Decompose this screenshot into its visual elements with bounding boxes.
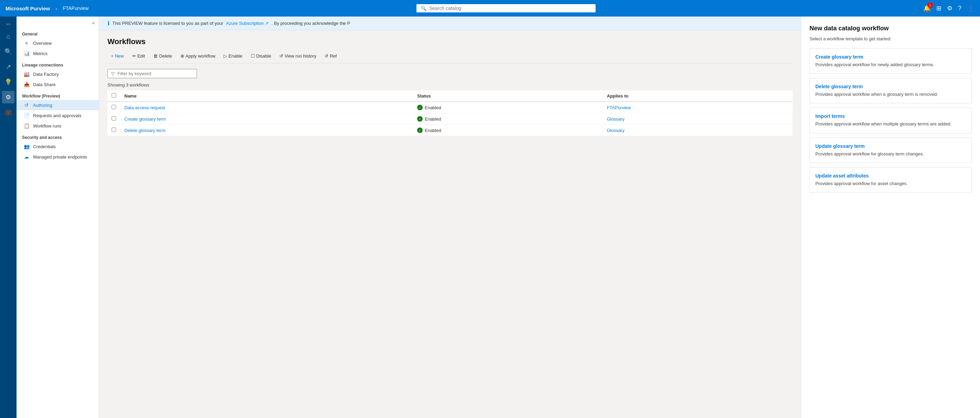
user-button[interactable]: 👤 [967,5,975,12]
new-button[interactable]: + New [107,52,127,60]
help-button[interactable]: ? [958,5,961,12]
sidebar-item-workflow-runs[interactable]: 📋 Workflow runs [16,121,99,131]
search-bar[interactable]: 🔍 [417,4,596,13]
select-all-header [107,90,120,102]
enable-button[interactable]: ▷ Enable [220,52,246,60]
sidebar-item-private-endpoints[interactable]: ☁ Managed private endpoints [16,152,99,162]
grid-button[interactable]: ⊞ [936,5,942,12]
workflow-runs-icon: 📋 [24,123,30,129]
edit-button[interactable]: ✏ Edit [129,52,148,60]
run-history-icon: ↺ [279,53,283,59]
status-dot-1: ✓ [417,116,423,122]
sidebar-item-authoring[interactable]: ↺ Authoring [16,100,99,110]
sidebar-collapse-top[interactable]: >> [5,21,12,27]
disable-button[interactable]: ☐ Disable [247,52,275,60]
delete-label: Delete [159,53,172,59]
view-run-history-button[interactable]: ↺ View run history [276,52,320,60]
refresh-icon: ↺ [325,53,328,59]
refresh-button[interactable]: ↺ Ref [321,52,340,60]
filter-input-wrapper[interactable]: ▽ [107,69,197,78]
applies-link-0[interactable]: FTAPurview [607,105,631,110]
row-checkbox-cell [107,113,120,125]
workflow-link-0[interactable]: Data access request [124,105,165,110]
row-status-1: ✓ Enabled [413,113,603,125]
sidebar-icon-lineage[interactable]: ↗ [2,61,14,73]
refresh-label: Ref [330,53,337,59]
template-card-1[interactable]: Delete glossary term Provides approval w… [810,78,972,104]
delete-icon: 🗑 [153,53,158,59]
sidebar-item-credentials[interactable]: 👥 Credentials [16,141,99,152]
delete-button[interactable]: 🗑 Delete [150,52,176,60]
apply-workflow-button[interactable]: ⊕ Apply workflow [177,52,219,60]
credentials-icon: 👥 [24,144,30,149]
row-checkbox-0[interactable] [111,105,116,109]
template-card-4[interactable]: Update asset attributes Provides approva… [810,167,972,193]
row-checkbox-1[interactable] [111,116,116,121]
brand-logo[interactable]: Microsoft Purview › FTAPurview [5,5,89,11]
search-icon: 🔍 [421,5,426,11]
row-name-0: Data access request [120,102,413,113]
right-panel-subtitle: Select a workflow template to get starte… [810,36,972,41]
template-card-2[interactable]: Import terms Provides approval workflow … [810,107,972,133]
disable-icon: ☐ [251,53,255,59]
sidebar-icon-catalog[interactable]: 🔍 [2,45,14,58]
workflow-link-1[interactable]: Create glossary term [124,116,166,122]
sidebar-icon-home[interactable]: ⌂ [2,30,14,43]
gear-button[interactable]: ⚙ [947,5,953,12]
select-all-checkbox[interactable] [111,93,116,97]
notification-button[interactable]: 🔔 1 [923,5,931,12]
sidebar-icon-insights[interactable]: 💡 [2,76,14,88]
row-applies-1: Glossary [603,113,792,125]
disable-label: Disable [256,53,271,59]
template-title-0: Create glossary term [815,54,966,60]
status-label-1: Enabled [425,116,441,122]
status-dot-0: ✓ [417,105,423,110]
applies-link-1[interactable]: Glossary [607,116,625,122]
template-title-3: Update glossary term [815,144,966,149]
sidebar-item-label: Authoring [33,103,52,108]
sidebar-item-overview[interactable]: ≡ Overview [16,38,99,48]
sidebar-item-label: Credentials [33,144,56,149]
sidebar-item-label: Managed private endpoints [33,155,87,160]
filter-bar: ▽ [107,69,792,78]
col-header-status: Status [413,90,603,102]
sidebar-item-label: Workflow runs [33,123,61,129]
col-header-applies-to: Applies to [603,90,792,102]
overview-icon: ≡ [24,40,30,46]
sidebar-item-metrics[interactable]: 📊 Metrics [16,48,99,59]
sidebar-icon-management[interactable]: ⚙ [2,91,14,104]
template-desc-3: Provides approval workflow for glossary … [815,151,966,157]
workflow-link-2[interactable]: Delete glossary term [124,128,165,133]
sidebar-item-data-share[interactable]: 📤 Data Share [16,79,99,89]
page-title: Workflows [107,37,792,46]
toolbar: + New ✏ Edit 🗑 Delete ⊕ Apply workflow ▷ [107,52,792,64]
search-input[interactable] [429,5,592,11]
nav-collapse-button[interactable]: « [91,19,96,26]
sidebar-item-label: Metrics [33,51,48,56]
instance-name: FTAPurview [63,5,89,11]
enable-icon: ▷ [224,53,227,59]
new-label: New [115,53,124,59]
new-icon: + [111,53,114,59]
requests-icon: 📄 [24,113,30,118]
sidebar-icon-briefcase[interactable]: 💼 [2,106,14,118]
azure-subscription-link[interactable]: Azure Subscription ↗ [226,21,269,26]
sidebar-item-data-factory[interactable]: 🏭 Data Factory [16,69,99,79]
info-text-after: . By proceeding you acknowledge the P [271,21,350,26]
applies-link-2[interactable]: Glossary [607,128,625,133]
filter-keyword-input[interactable] [118,71,193,76]
info-banner: ℹ This PREVIEW feature is licensed to yo… [99,16,801,30]
template-title-2: Import terms [815,113,966,119]
table-header: Name Status Applies to [107,90,792,102]
edit-icon: ✏ [132,53,136,59]
template-card-3[interactable]: Update glossary term Provides approval w… [810,137,972,163]
sidebar-item-requests[interactable]: 📄 Requests and approvals [16,110,99,121]
view-run-label: View run history [285,53,316,59]
section-title-workflow: Workflow (Preview) [16,89,99,100]
template-card-0[interactable]: Create glossary term Provides approval w… [810,48,972,74]
row-checkbox-2[interactable] [111,128,116,132]
left-navigation: « General ≡ Overview 📊 Metrics Lineage c… [16,16,99,418]
template-desc-0: Provides approval workflow for newly add… [815,62,966,68]
table-row: Delete glossary term ✓ Enabled Glossary [107,125,792,136]
table-row: Data access request ✓ Enabled FTAPurview [107,102,792,113]
